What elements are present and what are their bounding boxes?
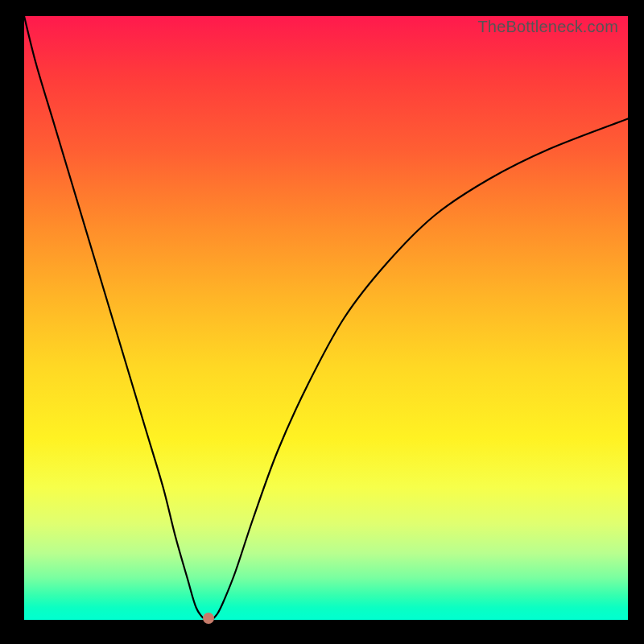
plot-area: TheBottleneck.com <box>24 16 628 620</box>
optimum-marker <box>203 613 214 624</box>
curve-svg <box>24 16 628 620</box>
chart-frame: TheBottleneck.com <box>0 0 644 644</box>
bottleneck-curve <box>24 16 628 621</box>
